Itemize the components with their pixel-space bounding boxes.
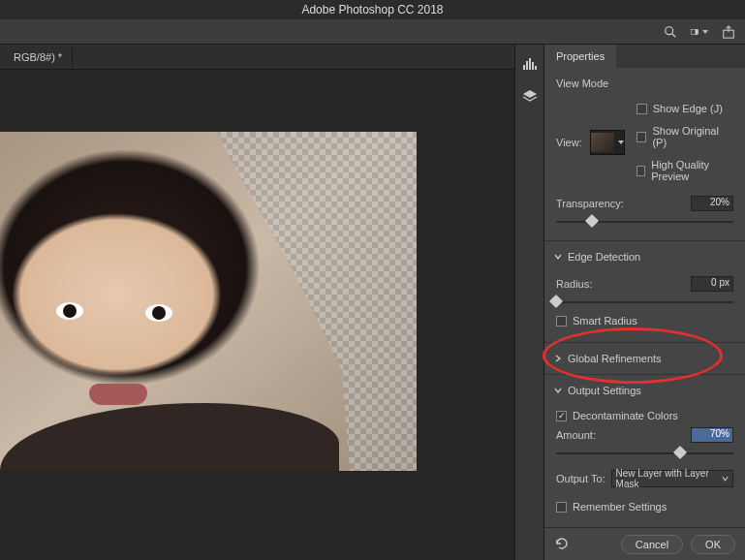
slider-thumb[interactable]: [549, 295, 563, 308]
slider-track: [556, 221, 733, 223]
panel-icon-strip: [514, 45, 543, 560]
svg-rect-6: [526, 61, 528, 70]
svg-rect-7: [529, 58, 531, 70]
svg-rect-8: [532, 62, 534, 70]
document-tab[interactable]: RGB/8#) *: [4, 47, 73, 67]
smart-radius-checkbox[interactable]: Smart Radius: [556, 315, 733, 327]
amount-value-input[interactable]: 70%: [691, 427, 733, 443]
output-to-dropdown[interactable]: New Layer with Layer Mask: [611, 470, 733, 487]
show-original-label: Show Original (P): [652, 125, 733, 148]
slider-thumb[interactable]: [673, 446, 687, 459]
edge-detection-header[interactable]: Edge Detection: [544, 245, 745, 268]
checkbox-icon: [636, 132, 647, 142]
view-thumbnail: [591, 133, 614, 152]
chevron-down-icon: [722, 475, 729, 482]
radius-value-input[interactable]: 0 px: [691, 276, 733, 292]
histogram-icon[interactable]: [520, 54, 540, 74]
radius-label: Radius:: [556, 278, 592, 290]
properties-tab-label: Properties: [556, 50, 605, 62]
chevron-down-icon: [554, 387, 562, 394]
decontaminate-label: Decontaminate Colors: [573, 410, 678, 421]
canvas-area[interactable]: RGB/8#) *: [0, 45, 514, 560]
reset-icon[interactable]: [554, 537, 570, 552]
checkbox-icon: [556, 411, 567, 421]
transparency-value-input[interactable]: 20%: [691, 196, 733, 211]
slider-track: [556, 452, 733, 454]
document-tab-label: RGB/8#) *: [14, 51, 62, 63]
checkbox-icon: [556, 502, 567, 513]
high-quality-label: High Quality Preview: [651, 159, 733, 182]
top-toolbar: [0, 19, 745, 45]
transparency-slider[interactable]: [556, 215, 733, 229]
output-to-value: New Layer with Layer Mask: [616, 468, 722, 489]
panel-footer: Cancel OK: [544, 527, 745, 560]
canvas-image[interactable]: [0, 132, 417, 471]
checkbox-icon: [636, 104, 647, 114]
remember-settings-checkbox[interactable]: Remember Settings: [556, 501, 733, 513]
remember-settings-label: Remember Settings: [573, 501, 667, 513]
view-mode-section: View Mode View: Show Edge (J) Show Origi…: [544, 72, 745, 236]
app-title-bar: Adobe Photoshop CC 2018: [0, 0, 745, 19]
ok-button[interactable]: OK: [691, 535, 735, 554]
global-refinements-label: Global Refinements: [568, 353, 662, 364]
radius-slider[interactable]: [556, 296, 733, 309]
amount-label: Amount:: [556, 429, 596, 441]
view-label: View:: [556, 137, 582, 148]
main-area: RGB/8#) * Properties: [0, 45, 745, 560]
properties-tab[interactable]: Properties: [544, 45, 616, 68]
panel-body: View Mode View: Show Edge (J) Show Origi…: [544, 68, 745, 527]
divider: [544, 342, 745, 343]
transparency-label: Transparency:: [556, 198, 624, 209]
view-mode-header: View Mode: [556, 78, 733, 89]
divider: [544, 374, 745, 375]
properties-panel: Properties View Mode View: Show Edge (J): [543, 45, 745, 560]
output-to-label: Output To:: [556, 473, 605, 484]
image-detail: [89, 384, 147, 405]
panel-tab-bar: Properties: [544, 45, 745, 68]
search-icon[interactable]: [662, 23, 679, 41]
smart-radius-label: Smart Radius: [573, 315, 637, 327]
slider-track: [556, 301, 733, 303]
show-edge-label: Show Edge (J): [653, 103, 723, 114]
edge-detection-section: Radius: 0 px Smart Radius: [544, 268, 745, 338]
document-tab-strip: RGB/8#) *: [0, 45, 514, 70]
edge-detection-label: Edge Detection: [568, 251, 640, 263]
show-edge-checkbox[interactable]: Show Edge (J): [636, 103, 733, 114]
svg-rect-5: [523, 65, 525, 70]
svg-line-1: [672, 33, 676, 37]
output-settings-label: Output Settings: [568, 385, 641, 396]
image-detail: [0, 403, 339, 471]
show-original-checkbox[interactable]: Show Original (P): [636, 125, 733, 148]
slider-thumb[interactable]: [585, 214, 599, 228]
divider: [544, 240, 745, 241]
svg-rect-3: [696, 29, 698, 34]
frame-icon[interactable]: [691, 23, 708, 41]
svg-point-0: [666, 26, 673, 34]
chevron-right-icon: [554, 355, 562, 362]
checkbox-icon: [636, 166, 645, 176]
share-icon[interactable]: [720, 23, 737, 41]
app-title: Adobe Photoshop CC 2018: [301, 3, 443, 16]
high-quality-checkbox[interactable]: High Quality Preview: [636, 159, 733, 182]
layers-icon[interactable]: [520, 87, 540, 107]
chevron-down-icon: [554, 253, 562, 261]
svg-rect-9: [535, 66, 537, 70]
global-refinements-header[interactable]: Global Refinements: [544, 347, 745, 370]
output-settings-header[interactable]: Output Settings: [544, 379, 745, 402]
output-settings-section: Decontaminate Colors Amount: 70% Output …: [544, 402, 745, 524]
image-detail: [145, 304, 172, 322]
amount-slider[interactable]: [556, 447, 733, 460]
image-detail: [56, 302, 83, 320]
checkbox-icon: [556, 316, 567, 327]
decontaminate-checkbox[interactable]: Decontaminate Colors: [556, 410, 733, 421]
view-thumbnail-dropdown[interactable]: [590, 130, 625, 155]
cancel-button[interactable]: Cancel: [621, 535, 683, 554]
